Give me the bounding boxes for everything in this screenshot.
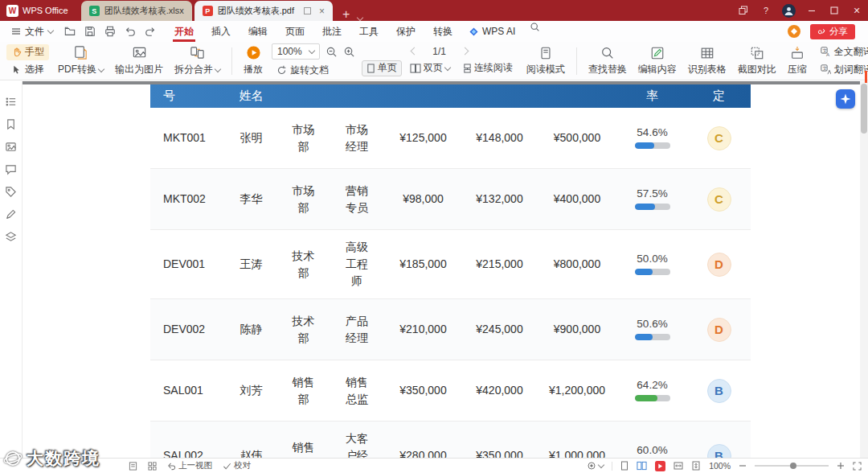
tab-list-caret-icon[interactable] bbox=[357, 14, 363, 21]
double-page-view-icon[interactable] bbox=[637, 461, 647, 471]
fit-page-icon[interactable] bbox=[691, 461, 701, 471]
file-menu-button[interactable]: 文件 bbox=[6, 25, 58, 39]
fullscreen-button[interactable] bbox=[853, 462, 862, 471]
ribbon-tab-protect[interactable]: 保护 bbox=[387, 22, 424, 42]
scrollbar-thumb[interactable] bbox=[861, 84, 867, 134]
grade-badge: D bbox=[707, 318, 731, 342]
document-tabs: S 团队绩效考核表.xlsx P 团队绩效考核表.pdf × + bbox=[81, 0, 363, 21]
play-slideshow-button[interactable] bbox=[655, 461, 665, 471]
help-icon[interactable]: ? bbox=[755, 0, 777, 21]
ribbon-tab-convert[interactable]: 转换 bbox=[424, 22, 461, 42]
layers-panel-icon[interactable] bbox=[5, 231, 17, 243]
user-avatar[interactable] bbox=[782, 4, 796, 18]
prev-page-icon[interactable] bbox=[410, 47, 418, 56]
zoom-percent-label[interactable]: 100% bbox=[709, 461, 731, 471]
table-row: DEV001 王涛 技术部 高级工程师 ¥185,000 ¥215,000 ¥8… bbox=[150, 230, 751, 299]
redo-icon[interactable] bbox=[145, 26, 156, 37]
pdf-convert-button[interactable]: PDF转换 bbox=[52, 43, 109, 78]
svg-text:A: A bbox=[826, 51, 830, 57]
tag-panel-icon[interactable] bbox=[5, 186, 17, 198]
close-tab-icon[interactable]: × bbox=[319, 6, 325, 16]
locate-page-button[interactable] bbox=[587, 461, 604, 471]
image-panel-icon[interactable] bbox=[5, 141, 17, 153]
select-tool-button[interactable]: 选择 bbox=[6, 62, 49, 78]
grid-view-icon[interactable] bbox=[148, 462, 157, 471]
pin-tab-icon[interactable] bbox=[304, 7, 311, 14]
open-file-icon[interactable] bbox=[64, 26, 76, 37]
toolbar-separator bbox=[576, 47, 577, 75]
zoom-slider-thumb[interactable] bbox=[790, 463, 796, 469]
screenshot-compare-button[interactable]: 截图对比 bbox=[732, 44, 782, 78]
cell-amount-1: ¥98,000 bbox=[384, 169, 462, 229]
single-page-view-icon[interactable] bbox=[620, 461, 628, 471]
previous-view-button[interactable]: 上一视图 bbox=[167, 460, 212, 471]
statusbar: 上一视图 校对 100% bbox=[0, 458, 868, 473]
zoom-in-button[interactable] bbox=[837, 462, 845, 470]
ribbon-tab-page[interactable]: 页面 bbox=[276, 22, 313, 42]
double-page-button[interactable]: 双页 bbox=[405, 60, 455, 76]
ribbon-search-icon[interactable] bbox=[523, 22, 547, 42]
assistant-floating-button[interactable] bbox=[836, 89, 855, 109]
cell-department: 市场部 bbox=[277, 169, 330, 229]
annotate-panel-icon[interactable] bbox=[5, 208, 17, 220]
new-tab-button[interactable]: + bbox=[342, 8, 350, 21]
read-mode-button[interactable]: 阅读模式 bbox=[521, 44, 571, 78]
split-merge-button[interactable]: 拆分合并 bbox=[169, 43, 226, 78]
caret-down-icon bbox=[215, 65, 221, 72]
compress-button[interactable]: 压缩 bbox=[782, 44, 813, 78]
quick-access-toolbar bbox=[64, 26, 156, 37]
translate-full-button[interactable]: 文A 全文翻译 bbox=[816, 44, 868, 60]
minimize-button[interactable] bbox=[800, 0, 823, 21]
edit-content-button[interactable]: 编辑内容 bbox=[633, 44, 682, 78]
fit-width-icon[interactable] bbox=[674, 461, 683, 471]
rotate-document-button[interactable]: 旋转文档 bbox=[272, 63, 355, 78]
ribbon-tab-wps-ai[interactable]: WPS AI bbox=[461, 22, 523, 42]
header-cell: 定 bbox=[687, 84, 751, 108]
page-thumb-icon[interactable] bbox=[129, 462, 137, 471]
zoom-select[interactable]: 100% bbox=[272, 43, 320, 60]
header-cell bbox=[384, 84, 462, 108]
single-page-button[interactable]: 单页 bbox=[362, 60, 402, 76]
outline-panel-icon[interactable] bbox=[5, 96, 17, 108]
ribbon-tab-insert[interactable]: 插入 bbox=[203, 22, 240, 42]
ribbon-tab-tools[interactable]: 工具 bbox=[350, 22, 387, 42]
page-indicator[interactable]: 1/1 bbox=[430, 46, 449, 57]
progress-bar bbox=[635, 395, 670, 401]
cell-employee-id: MKT001 bbox=[150, 108, 225, 168]
print-icon[interactable] bbox=[104, 26, 116, 37]
undo-icon[interactable] bbox=[125, 26, 136, 37]
vertical-scrollbar[interactable] bbox=[860, 81, 868, 459]
play-button[interactable]: 播放 bbox=[238, 43, 268, 78]
window-layout-icon[interactable] bbox=[732, 0, 755, 21]
find-replace-button[interactable]: 查找替换 bbox=[583, 44, 633, 78]
recognize-table-button[interactable]: 识别表格 bbox=[682, 44, 732, 78]
document-tab-xlsx[interactable]: S 团队绩效考核表.xlsx bbox=[81, 1, 192, 21]
zoom-out-button[interactable] bbox=[739, 462, 747, 470]
close-window-button[interactable]: ✕ bbox=[845, 0, 868, 21]
progress-bar bbox=[635, 142, 670, 149]
cell-name: 李华 bbox=[225, 169, 277, 229]
zoom-out-icon[interactable] bbox=[326, 46, 338, 58]
zoom-in-icon[interactable] bbox=[343, 46, 355, 58]
hand-tool-button[interactable]: 手型 bbox=[6, 44, 49, 60]
comment-panel-icon[interactable] bbox=[5, 163, 17, 175]
promotion-icon[interactable] bbox=[788, 25, 800, 38]
share-button[interactable]: 分享 bbox=[810, 24, 855, 39]
ribbon-tab-home[interactable]: 开始 bbox=[166, 22, 203, 42]
ribbon-tab-comment[interactable]: 批注 bbox=[313, 22, 350, 42]
previous-view-icon bbox=[167, 462, 176, 471]
scroll-marker bbox=[865, 71, 867, 83]
translate-word-button[interactable]: 文 划词翻译 bbox=[816, 62, 868, 78]
continuous-read-button[interactable]: 连续阅读 bbox=[458, 60, 518, 76]
table-body: MKT001 张明 市场部 市场经理 ¥125,000 ¥148,000 ¥50… bbox=[150, 108, 751, 473]
ribbon-tab-edit[interactable]: 编辑 bbox=[240, 22, 276, 42]
zoom-slider[interactable] bbox=[755, 465, 829, 467]
next-page-icon[interactable] bbox=[461, 47, 469, 56]
header-cell bbox=[462, 84, 537, 108]
proofread-button[interactable]: 校对 bbox=[223, 460, 251, 471]
save-icon[interactable] bbox=[84, 26, 96, 37]
maximize-button[interactable] bbox=[823, 0, 845, 21]
bookmark-panel-icon[interactable] bbox=[5, 118, 17, 130]
document-tab-pdf[interactable]: P 团队绩效考核表.pdf × bbox=[194, 1, 333, 21]
export-image-button[interactable]: 输出为图片 bbox=[109, 43, 169, 78]
